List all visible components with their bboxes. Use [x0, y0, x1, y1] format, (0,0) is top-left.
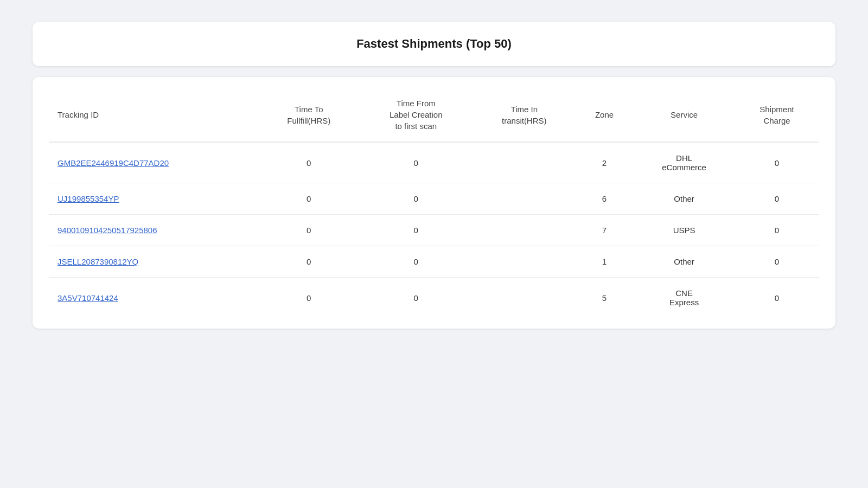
cell-service: DHLeCommerce	[634, 142, 735, 183]
table-row: UJ199855354YP006Other0	[49, 183, 819, 215]
col-header-shipment-charge: ShipmentCharge	[735, 88, 819, 142]
cell-shipment-charge: 0	[735, 183, 819, 215]
table-row: JSELL2087390812YQ001Other0	[49, 246, 819, 278]
cell-time-in-transit	[474, 142, 575, 183]
cell-zone: 2	[575, 142, 634, 183]
cell-tracking-id: UJ199855354YP	[49, 183, 259, 215]
cell-time-in-transit	[474, 246, 575, 278]
cell-tracking-id: JSELL2087390812YQ	[49, 246, 259, 278]
cell-time-to-fulfill: 0	[259, 215, 359, 246]
cell-tracking-id: 9400109104250517925806	[49, 215, 259, 246]
col-header-zone: Zone	[575, 88, 634, 142]
cell-shipment-charge: 0	[735, 142, 819, 183]
cell-shipment-charge: 0	[735, 215, 819, 246]
cell-tracking-id: GMB2EE2446919C4D77AD20	[49, 142, 259, 183]
table-card: Tracking ID Time ToFullfill(HRS) Time Fr…	[33, 77, 835, 329]
tracking-id-link[interactable]: 9400109104250517925806	[58, 226, 157, 235]
cell-time-from-label: 0	[359, 278, 474, 318]
col-header-time-to-fulfill: Time ToFullfill(HRS)	[259, 88, 359, 142]
table-row: 3A5V710741424005CNEExpress0	[49, 278, 819, 318]
col-header-tracking-id: Tracking ID	[49, 88, 259, 142]
col-header-service: Service	[634, 88, 735, 142]
cell-time-to-fulfill: 0	[259, 183, 359, 215]
tracking-id-link[interactable]: GMB2EE2446919C4D77AD20	[58, 158, 169, 168]
title-card: Fastest Shipments (Top 50)	[33, 22, 835, 66]
cell-time-from-label: 0	[359, 183, 474, 215]
cell-service: Other	[634, 246, 735, 278]
tracking-id-link[interactable]: 3A5V710741424	[58, 293, 118, 303]
cell-shipment-charge: 0	[735, 278, 819, 318]
shipments-table: Tracking ID Time ToFullfill(HRS) Time Fr…	[49, 88, 819, 318]
cell-time-in-transit	[474, 278, 575, 318]
cell-zone: 1	[575, 246, 634, 278]
cell-time-in-transit	[474, 215, 575, 246]
table-row: GMB2EE2446919C4D77AD20002DHLeCommerce0	[49, 142, 819, 183]
cell-time-from-label: 0	[359, 142, 474, 183]
cell-zone: 7	[575, 215, 634, 246]
page-title: Fastest Shipments (Top 50)	[54, 37, 814, 51]
cell-time-to-fulfill: 0	[259, 246, 359, 278]
cell-time-in-transit	[474, 183, 575, 215]
cell-time-to-fulfill: 0	[259, 278, 359, 318]
cell-zone: 5	[575, 278, 634, 318]
cell-service: USPS	[634, 215, 735, 246]
cell-shipment-charge: 0	[735, 246, 819, 278]
tracking-id-link[interactable]: UJ199855354YP	[58, 194, 119, 203]
cell-time-from-label: 0	[359, 215, 474, 246]
cell-service: CNEExpress	[634, 278, 735, 318]
table-row: 9400109104250517925806007USPS0	[49, 215, 819, 246]
cell-time-to-fulfill: 0	[259, 142, 359, 183]
cell-tracking-id: 3A5V710741424	[49, 278, 259, 318]
table-header-row: Tracking ID Time ToFullfill(HRS) Time Fr…	[49, 88, 819, 142]
col-header-time-in-transit: Time Intransit(HRS)	[474, 88, 575, 142]
cell-zone: 6	[575, 183, 634, 215]
cell-service: Other	[634, 183, 735, 215]
cell-time-from-label: 0	[359, 246, 474, 278]
tracking-id-link[interactable]: JSELL2087390812YQ	[58, 257, 138, 266]
col-header-time-from-label: Time FromLabel Creationto first scan	[359, 88, 474, 142]
